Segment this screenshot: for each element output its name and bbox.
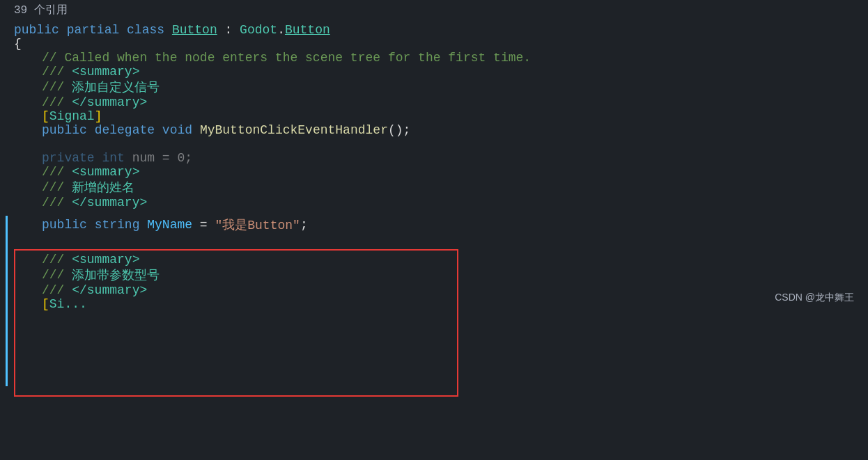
code-line-comment1: // Called when the node enters the scene… bbox=[0, 51, 868, 65]
code-line-signal2: [Si... bbox=[0, 297, 868, 311]
keyword-partial: partial bbox=[67, 23, 120, 37]
code-line-empty1 bbox=[0, 137, 868, 151]
keyword-class: class bbox=[127, 23, 164, 37]
code-line-class: public partial class Button : Godot . Bu… bbox=[0, 23, 868, 37]
code-line-summary2-close: /// </summary> bbox=[0, 196, 868, 209]
code-line-summary1-close: /// </summary> bbox=[0, 95, 868, 109]
code-line-open-brace: { bbox=[0, 37, 868, 51]
left-indicator-bar bbox=[6, 216, 8, 386]
code-line-empty3 bbox=[0, 233, 868, 253]
code-line-summary1-text: /// 添加自定义信号 bbox=[0, 79, 868, 95]
watermark: CSDN @龙中舞王 bbox=[775, 292, 854, 304]
code-line-private-num: private int num = 0; bbox=[0, 151, 868, 165]
code-line-summary3-text: /// 添加带参数型号 bbox=[0, 267, 868, 283]
class-godot-button: Button bbox=[285, 23, 330, 37]
code-line-summary2-open: /// <summary> bbox=[0, 165, 868, 179]
code-line-delegate: public delegate void MyButtonClickEventH… bbox=[0, 123, 868, 137]
ref-count: 39 个引用 bbox=[0, 0, 868, 23]
code-line-summary2-text: /// 新增的姓名 bbox=[0, 179, 868, 196]
code-line-summary1-open: /// <summary> bbox=[0, 65, 868, 79]
keyword-public: public bbox=[14, 23, 59, 37]
code-line-signal-attr: [Signal] bbox=[0, 109, 868, 123]
namespace-godot: Godot bbox=[240, 23, 277, 37]
code-line-empty2 bbox=[0, 209, 868, 216]
code-line-myname: public string MyName = "我是Button" ; bbox=[0, 216, 868, 233]
class-button: Button bbox=[172, 23, 217, 37]
code-editor: 39 个引用 public partial class Button : God… bbox=[0, 0, 868, 311]
code-line-summary3-close: /// </summary> bbox=[0, 283, 868, 297]
code-line-summary3-open: /// <summary> bbox=[0, 253, 868, 267]
